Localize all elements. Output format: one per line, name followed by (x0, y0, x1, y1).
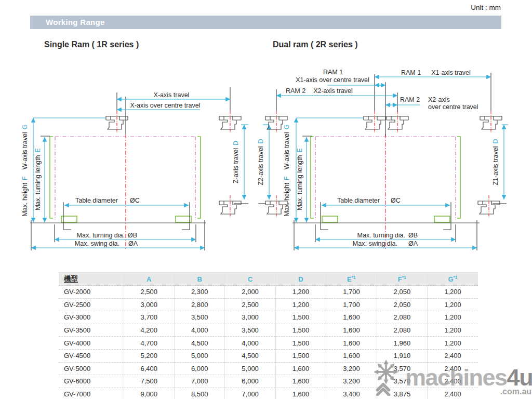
dia-b-label: ØB (408, 232, 418, 239)
ram1-label-right: RAM 1 (401, 69, 421, 76)
col-header-g: G*1 (428, 273, 478, 286)
table-row: GV-2000 2,5002,300 2,0001,200 1,7002,050… (59, 286, 478, 299)
ram-bottom-right (219, 195, 241, 218)
ram2-label-right: RAM 2 (400, 96, 420, 103)
ram1-label-left: RAM 1 (323, 69, 343, 76)
ram1-over-centre (364, 111, 385, 133)
col-header-d: D (275, 273, 326, 286)
x2-over-centre-dimension: RAM 2 X2-axis over centre travel (385, 96, 478, 111)
single-ram-title: Single Ram ( 1R series ) (44, 40, 139, 49)
x1-over-label: X1-axis over centre travel (296, 76, 369, 84)
table-diameter-label: Table diameter (337, 197, 380, 204)
table-row: GV-4000 4,7004,500 4,0001,500 1,6001,960… (59, 337, 478, 350)
x2-over-label-line2: over centre travel (428, 103, 478, 111)
turning-dia-label: Max. turning dia. (357, 232, 405, 239)
dual-ram-diagram: RAM 1 X1-axis travel RAM 1 X1-axis over … (255, 61, 532, 265)
col-header-model: 機型 (59, 273, 124, 286)
dia-a-label: ØA (128, 240, 138, 247)
spec-table-container: 機型 A B C D E*1 F*1 G*1 GV-2000 2,5002,30… (59, 272, 478, 399)
col-header-f: F*1 (377, 273, 427, 286)
unit-label: Unit : mm (471, 4, 501, 11)
z-axis-dimension: Z-axis travelD (232, 125, 248, 200)
col-header-c: C (225, 273, 275, 286)
table-row: GV-3000 3,7003,500 3,0001,500 1,6002,080… (59, 311, 478, 324)
watermark-domain: .com.au (500, 388, 531, 396)
z-travel-label: Z-axis travelD (232, 141, 240, 183)
turning-length-label: Max. turning lengthE (34, 148, 42, 210)
table-row: GV-4500 5,2005,000 4,5001,500 1,6001,910… (59, 349, 478, 362)
table-diameter-label: Table diameter (75, 197, 118, 204)
ram-top-left (106, 111, 128, 133)
z2-travel-label: Z2-axis travelD (257, 139, 264, 185)
max-height-w-travel-label: Max. heightFW-axis travelG (21, 124, 29, 216)
turning-length-dimension: Max. turning lengthE (296, 137, 307, 222)
z1-axis-dimension: Z1-axis travelD (492, 125, 508, 200)
z1-travel-label: Z1-axis travelD (492, 139, 499, 185)
ram2-over-centre (387, 111, 408, 133)
x2-axis-dimension: RAM 2 X2-axis travel (276, 87, 397, 96)
x2-travel-label: X2-axis travel (313, 87, 353, 95)
single-ram-diagram: X-axis travel X-axis over centre travel … (16, 61, 260, 265)
turning-length-dimension: Max. turning lengthE (34, 137, 45, 222)
turning-dia-dimension: Max. turning dia. ØB (315, 232, 456, 240)
col-header-e: E*1 (326, 273, 377, 286)
x-travel-label: X-axis travel (154, 91, 190, 99)
turning-length-label: Max. turning lengthE (296, 148, 303, 210)
turning-dia-label: Max. turning dia. (77, 232, 125, 239)
x1-axis-dimension: RAM 1 X1-axis travel (375, 69, 491, 77)
section-bar-title: Working Range (30, 16, 501, 29)
x-axis-dimension: X-axis travel X-axis over centre travel (117, 91, 230, 110)
swing-dia-dimension: Max. swing dia. ØA (294, 240, 477, 248)
ram2-label-left: RAM 2 (286, 87, 305, 95)
ram1-bottom-right (478, 195, 500, 218)
turning-dia-dimension: Max. turning dia. ØB (55, 232, 196, 240)
x1-over-centre-dimension: RAM 1 X1-axis over centre travel (296, 69, 385, 85)
x-over-label: X-axis over centre travel (130, 102, 201, 109)
max-height-w-travel-label: Max. heightFW-axis travelG (283, 124, 290, 216)
spec-table: 機型 A B C D E*1 F*1 G*1 GV-2000 2,5002,30… (59, 272, 478, 399)
machine-body-outline (50, 137, 201, 222)
section-bar: Working Range (30, 16, 501, 29)
col-header-b: B (174, 273, 224, 286)
x2-over-label-line1: X2-axis (428, 96, 450, 103)
col-header-a: A (124, 273, 174, 286)
dual-ram-title: Dual ram ( 2R series ) (273, 40, 358, 49)
swing-dia-dimension: Max. swing dia. ØA (31, 240, 205, 248)
swing-dia-label: Max. swing dia. (353, 240, 397, 247)
table-row: GV-3500 4,2004,000 3,5001,500 1,6002,080… (59, 324, 478, 337)
w-axis-dimension: Max. heightFW-axis travelG (283, 118, 364, 222)
dia-c-label: ØC (391, 197, 401, 204)
table-row: GV-7000 9,0008,500 7,0001,600 3,4003,875… (59, 388, 478, 399)
table-row: GV-6000 7,5007,000 6,0001,600 3,2003,570… (59, 375, 478, 388)
table-row: GV-2500 3,0002,800 2,5001,200 1,7002,050… (59, 298, 478, 311)
dia-a-label: ØA (408, 240, 418, 247)
dia-c-label: ØC (130, 197, 140, 204)
ram1-top-right (480, 111, 502, 133)
z2-axis-dimension: Z2-axis travelD (257, 125, 269, 200)
table-row: GV-5000 6,4006,000 5,0001,600 3,2003,570… (59, 362, 478, 375)
table-header-row: 機型 A B C D E*1 F*1 G*1 (59, 273, 478, 286)
dia-b-label: ØB (128, 232, 137, 239)
table-diameter-dimension: Table diameter ØC (64, 197, 189, 205)
swing-dia-label: Max. swing dia. (75, 240, 119, 247)
x1-travel-label: X1-axis travel (431, 69, 471, 76)
ram-top-right (219, 111, 241, 133)
brochure-page: { "header": { "unit_label": "Unit : mm",… (0, 0, 532, 399)
